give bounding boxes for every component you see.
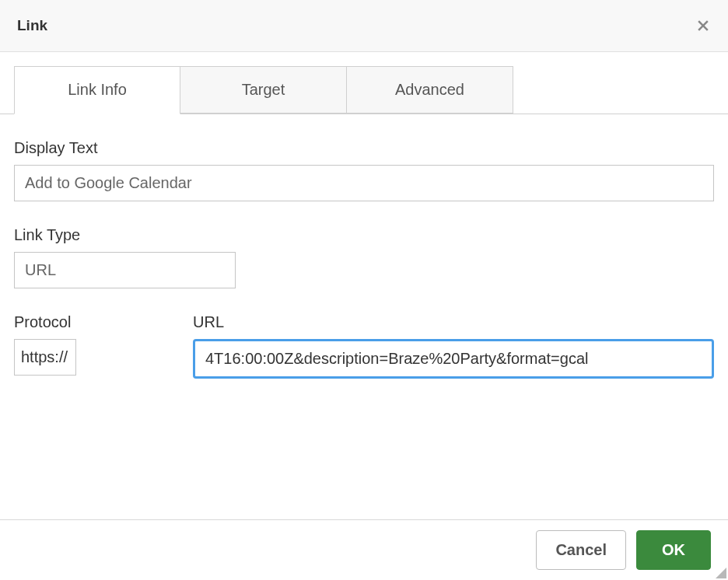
field-url: URL [193,313,714,379]
protocol-input[interactable] [14,339,76,376]
resize-grip-icon[interactable] [716,568,726,578]
dialog-header: Link [0,0,728,52]
tab-target[interactable]: Target [180,66,347,114]
field-link-type: Link Type [14,226,714,288]
url-label: URL [193,313,714,331]
dialog-title: Link [17,17,47,34]
tabs-bar: Link Info Target Advanced [0,52,728,114]
field-display-text: Display Text [14,139,714,201]
protocol-label: Protocol [14,313,193,331]
display-text-label: Display Text [14,139,714,157]
dialog-footer: Cancel OK [0,519,728,580]
tab-link-info[interactable]: Link Info [14,66,180,114]
cancel-button[interactable]: Cancel [536,530,626,570]
tab-advanced[interactable]: Advanced [347,66,513,114]
protocol-url-row: Protocol URL [14,313,714,379]
link-type-label: Link Type [14,226,714,244]
link-type-input[interactable] [14,252,236,288]
close-icon[interactable] [695,18,711,33]
url-input[interactable] [193,339,714,379]
ok-button[interactable]: OK [636,530,711,570]
dialog-content: Display Text Link Type Protocol URL [0,114,728,393]
field-protocol: Protocol [14,313,193,379]
display-text-input[interactable] [14,165,714,201]
